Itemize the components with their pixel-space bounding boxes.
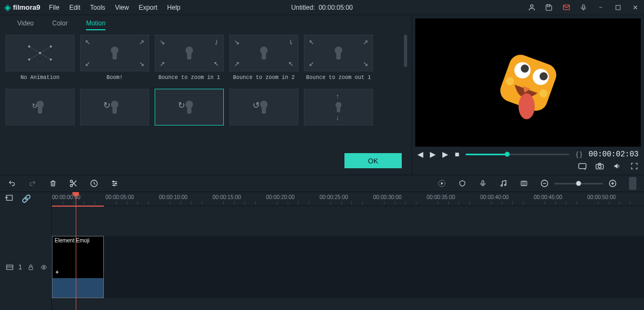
add-track-icon[interactable] bbox=[4, 193, 13, 202]
maximize-icon[interactable] bbox=[614, 3, 622, 12]
split-icon[interactable] bbox=[69, 179, 78, 188]
emoji-graphic bbox=[488, 42, 569, 123]
account-icon[interactable] bbox=[527, 3, 536, 12]
snapshot-icon[interactable] bbox=[595, 162, 604, 170]
tab-video[interactable]: Video bbox=[17, 19, 34, 30]
link-icon[interactable]: 🔗 bbox=[22, 194, 31, 203]
svg-point-27 bbox=[113, 181, 114, 182]
project-duration: 00:00:05:00 bbox=[318, 4, 353, 11]
preset-item[interactable]: ↻ bbox=[80, 89, 149, 137]
progress-knob[interactable] bbox=[505, 152, 510, 157]
crop-icon[interactable] bbox=[520, 179, 528, 188]
ruler-tick: 00:00:40:00 bbox=[480, 194, 509, 200]
svg-point-0 bbox=[530, 5, 533, 8]
ok-button[interactable]: OK bbox=[344, 153, 402, 168]
ok-row: OK bbox=[5, 151, 408, 173]
svg-point-33 bbox=[501, 185, 502, 187]
menu-tools[interactable]: Tools bbox=[90, 4, 105, 11]
render-icon[interactable] bbox=[437, 179, 446, 188]
preset-item-selected[interactable]: ↻ bbox=[155, 89, 224, 137]
logo-icon: ◈ bbox=[4, 2, 11, 12]
preset-no-animation[interactable]: No Animation bbox=[5, 35, 75, 83]
mic-icon[interactable] bbox=[579, 3, 588, 12]
preset-boom[interactable]: ↖↗↙↘ Boom! bbox=[80, 35, 149, 83]
svg-marker-31 bbox=[441, 182, 443, 184]
redo-icon[interactable] bbox=[28, 179, 37, 188]
quality-icon[interactable] bbox=[578, 162, 587, 170]
playhead[interactable] bbox=[76, 192, 76, 310]
menu-file[interactable]: File bbox=[49, 4, 59, 11]
svg-rect-38 bbox=[6, 195, 12, 200]
main-menu: File Edit Tools View Export Help bbox=[49, 4, 181, 11]
svg-point-25 bbox=[70, 184, 72, 187]
play-icon[interactable]: ▶ bbox=[430, 150, 436, 159]
menu-help[interactable]: Help bbox=[167, 4, 181, 11]
svg-point-7 bbox=[28, 45, 30, 48]
titlebar: ◈ filmora9 File Edit Tools View Export H… bbox=[0, 0, 644, 15]
zoom-slider[interactable] bbox=[554, 183, 603, 184]
volume-icon[interactable] bbox=[613, 162, 621, 170]
record-vo-icon[interactable] bbox=[479, 179, 487, 188]
ruler-tick: 00:00:15:00 bbox=[213, 194, 241, 200]
track-header: 1 bbox=[0, 236, 51, 298]
fullscreen-icon[interactable] bbox=[630, 162, 639, 170]
speed-icon[interactable] bbox=[90, 179, 98, 188]
preset-label: Bounce to zoom in 2 bbox=[229, 75, 298, 81]
svg-point-29 bbox=[114, 184, 115, 186]
zoom-knob[interactable] bbox=[576, 181, 581, 186]
upper-area: Video Color Motion No Animation ↖↗↙↘ Boo… bbox=[0, 15, 644, 175]
svg-rect-35 bbox=[521, 181, 527, 186]
svg-point-11 bbox=[39, 52, 41, 54]
preset-bounce-zoom-in-1[interactable]: ↘⤸↗↖ Bounce to zoom in 1 bbox=[155, 35, 224, 83]
undo-icon[interactable] bbox=[8, 179, 16, 188]
svg-point-24 bbox=[70, 180, 72, 182]
mark-brackets[interactable]: { } bbox=[576, 150, 582, 158]
menu-view[interactable]: View bbox=[115, 4, 129, 11]
preset-bounce-zoom-in-2[interactable]: ↘⤹↗↖ Bounce to zoom in 2 bbox=[229, 35, 298, 83]
timeline-clip[interactable]: Element Emoji ✦ bbox=[52, 236, 104, 298]
stop-icon[interactable]: ■ bbox=[455, 150, 459, 159]
save-icon[interactable] bbox=[545, 3, 553, 12]
preset-label: No Animation bbox=[5, 75, 75, 81]
clip-audio-lane bbox=[52, 278, 103, 298]
preset-label: Bounce to zoom out 1 bbox=[304, 75, 373, 81]
close-icon[interactable]: ✕ bbox=[631, 3, 640, 12]
grid-scrollbar[interactable] bbox=[404, 35, 407, 67]
zoom-out-icon[interactable] bbox=[540, 179, 549, 188]
marker-icon[interactable] bbox=[458, 179, 467, 188]
work-area-indicator[interactable] bbox=[52, 206, 104, 207]
zoom-fit-icon[interactable] bbox=[629, 177, 636, 190]
svg-point-23 bbox=[598, 165, 601, 168]
preset-grid: No Animation ↖↗↙↘ Boom! ↘⤸↗↖ Bounce to z… bbox=[5, 35, 401, 137]
tab-motion[interactable]: Motion bbox=[86, 19, 105, 30]
svg-point-41 bbox=[43, 266, 44, 268]
adjust-icon[interactable] bbox=[110, 179, 119, 188]
svg-rect-21 bbox=[579, 163, 586, 168]
eye-icon[interactable] bbox=[39, 263, 48, 272]
lock-icon[interactable] bbox=[26, 263, 35, 272]
preset-item[interactable]: ↺ bbox=[229, 89, 298, 137]
preset-item[interactable]: ↻ bbox=[5, 89, 75, 137]
menu-export[interactable]: Export bbox=[138, 4, 157, 11]
timeline-ruler[interactable]: 00:00:00:0000:00:05:0000:00:10:0000:00:1… bbox=[52, 192, 644, 206]
minimize-icon[interactable]: － bbox=[596, 3, 605, 12]
menu-edit[interactable]: Edit bbox=[69, 4, 81, 11]
progress-bar[interactable] bbox=[466, 154, 569, 155]
preview-tools bbox=[412, 161, 644, 175]
delete-icon[interactable] bbox=[49, 179, 57, 188]
play-segment-icon[interactable]: ▶ bbox=[442, 150, 448, 159]
preset-item[interactable]: ↑↓ bbox=[304, 89, 373, 137]
preset-bounce-zoom-out-1[interactable]: ↖↗↙↘ Bounce to zoom out 1 bbox=[304, 35, 373, 83]
timeline-tracks[interactable]: 00:00:00:0000:00:05:0000:00:10:0000:00:1… bbox=[52, 192, 644, 310]
video-track[interactable]: Element Emoji ✦ bbox=[52, 236, 644, 298]
timeline: 🔗 1 00:00:00:0000:00:05:0000:00:10:0000:… bbox=[0, 192, 644, 310]
zoom-in-icon[interactable] bbox=[608, 179, 617, 188]
ruler-tick: 00:00:50:00 bbox=[587, 194, 616, 200]
tab-color[interactable]: Color bbox=[52, 19, 68, 30]
prev-frame-icon[interactable]: ◀ bbox=[417, 150, 423, 159]
svg-rect-1 bbox=[547, 4, 550, 6]
audio-mixer-icon[interactable] bbox=[499, 179, 508, 188]
preview-viewport[interactable] bbox=[415, 18, 641, 147]
timeline-track-headers: 🔗 1 bbox=[0, 192, 52, 310]
message-icon[interactable] bbox=[562, 3, 570, 12]
